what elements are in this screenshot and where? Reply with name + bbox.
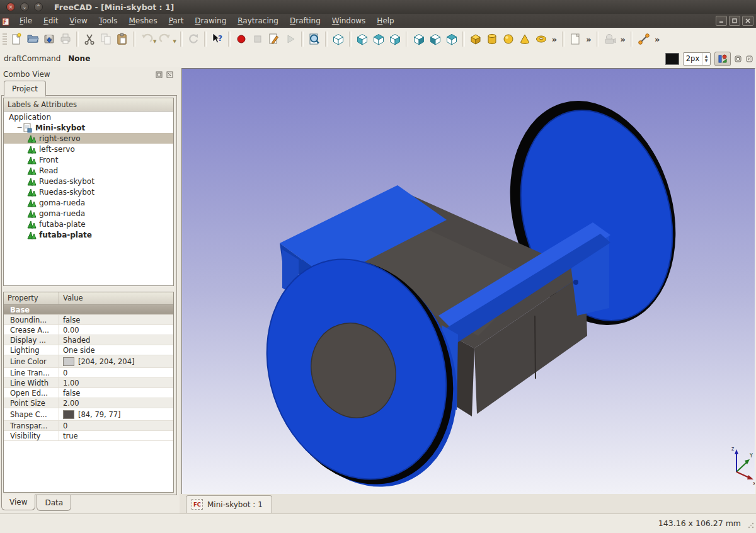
tree-item-label: Ruedas-skybot xyxy=(39,188,94,197)
dock-float-button[interactable] xyxy=(155,71,163,79)
draft-line-color-swatch[interactable] xyxy=(665,53,679,65)
property-row-line-width[interactable]: Line Width1.00 xyxy=(4,378,173,388)
menu-item-part[interactable]: Part xyxy=(163,15,190,26)
property-editor[interactable]: Property Value BaseBoundin...falseCrease… xyxy=(3,292,174,493)
tree-expander[interactable]: − xyxy=(16,123,23,132)
property-row-point-size[interactable]: Point Size2.00 xyxy=(4,398,173,408)
toolbar-button-view-bottom[interactable] xyxy=(427,31,444,47)
toolbar-button-redo[interactable] xyxy=(158,31,174,47)
toolbar-button-part-torus[interactable] xyxy=(533,31,549,47)
tree-item-goma-rueda[interactable]: goma-rueda xyxy=(4,208,173,219)
property-row-crease-a-[interactable]: Crease A...0.00 xyxy=(4,325,173,335)
toolbar-button-whats-this[interactable]: ? xyxy=(209,31,226,47)
menu-item-drafting[interactable]: Drafting xyxy=(284,15,326,26)
tree-item-left-servo[interactable]: left-servo xyxy=(4,144,173,154)
toolbar-close-button[interactable] xyxy=(745,55,753,63)
toolbar-button-raytracing-camera[interactable] xyxy=(602,31,618,47)
toolbar-button-drawing-page[interactable] xyxy=(567,31,583,47)
toolbar-button-new-document[interactable] xyxy=(8,31,25,47)
window-minimize-button[interactable]: ⌄ xyxy=(20,3,29,11)
toolbar-button-copy[interactable] xyxy=(98,31,114,47)
resize-grip[interactable] xyxy=(747,520,755,532)
toolbar-button-view-rear[interactable] xyxy=(411,31,427,47)
tree-item-goma-rueda[interactable]: goma-rueda xyxy=(4,197,173,208)
toolbar-button-refresh[interactable] xyxy=(185,31,202,47)
dock-close-button[interactable] xyxy=(166,71,174,79)
property-row-display-[interactable]: Display ...Shaded xyxy=(4,335,173,345)
property-name: Open Ed... xyxy=(4,388,59,398)
menu-item-file[interactable]: File xyxy=(14,15,38,26)
property-row-shape-c-[interactable]: Shape C...[84, 79, 77] xyxy=(4,408,173,421)
toolbar-button-fit-all[interactable] xyxy=(306,31,323,47)
menu-item-meshes[interactable]: Meshes xyxy=(123,15,163,26)
menu-item-windows[interactable]: Windows xyxy=(326,15,372,26)
toolbar-button-undo[interactable] xyxy=(138,31,154,47)
mdi-restore-button[interactable] xyxy=(729,16,740,26)
property-row-open-ed-[interactable]: Open Ed...false xyxy=(4,388,173,398)
toolbar-overflow-button[interactable]: » xyxy=(618,35,628,44)
property-row-line-color[interactable]: Line Color[204, 204, 204] xyxy=(4,355,173,368)
window-maximize-button[interactable]: ⌃ xyxy=(34,3,43,11)
svg-text:Y: Y xyxy=(749,453,753,459)
tree-item-ruedas-skybot[interactable]: Ruedas-skybot xyxy=(4,176,173,186)
toolbar-overflow-button[interactable]: » xyxy=(652,35,662,44)
spinner-arrows[interactable]: ▲▼ xyxy=(702,53,710,65)
property-row-visibility[interactable]: Visibilitytrue xyxy=(4,431,173,441)
toolbar-overflow-button[interactable]: » xyxy=(583,35,593,44)
dimensions-readout: 143.16 x 106.27 mm xyxy=(658,519,741,528)
toolbar-button-cut[interactable] xyxy=(81,31,98,47)
tree-item-futaba-plate[interactable]: futaba-plate xyxy=(4,219,173,229)
toolbar-button-macro-edit[interactable] xyxy=(266,31,282,47)
menu-item-edit[interactable]: Edit xyxy=(38,15,64,26)
toolbar-button-part-box[interactable] xyxy=(467,31,484,47)
toolbar-button-paste[interactable] xyxy=(114,31,130,47)
toolbar-button-part-cone[interactable] xyxy=(517,31,533,47)
menu-item-help[interactable]: Help xyxy=(371,15,399,26)
tree-item-ruedas-skybot[interactable]: Ruedas-skybot xyxy=(4,186,173,197)
toolbar-button-part-cylinder[interactable] xyxy=(484,31,500,47)
toolbar-restore-button[interactable] xyxy=(734,55,742,63)
toolbar-button-view-top[interactable] xyxy=(370,31,387,47)
toolbar-button-view-left[interactable] xyxy=(444,31,460,47)
construction-mode-button[interactable] xyxy=(714,52,731,66)
3d-viewport[interactable]: z Y x xyxy=(181,68,755,495)
toolbar-button-macro-record[interactable] xyxy=(233,31,249,47)
property-row-boundin-[interactable]: Boundin...false xyxy=(4,315,173,325)
tree-item-mini-skybot[interactable]: −Mini-skybot xyxy=(4,122,173,133)
tree-item-front[interactable]: Front xyxy=(4,154,173,165)
property-group-base[interactable]: Base xyxy=(4,305,173,315)
menu-item-drawing[interactable]: Drawing xyxy=(189,15,232,26)
tab-view[interactable]: View xyxy=(1,495,35,510)
mdi-tab-mini-skybot[interactable]: FC Mini-skybot : 1 xyxy=(186,495,272,513)
window-close-button[interactable]: × xyxy=(6,3,15,11)
toolbar-button-save-document[interactable] xyxy=(41,31,57,47)
toolbar-button-print[interactable] xyxy=(57,31,74,47)
toolbar-button-view-right[interactable] xyxy=(387,31,403,47)
toolbar-button-view-axonometric[interactable] xyxy=(330,31,346,47)
tree-item-right-servo[interactable]: right-servo xyxy=(4,133,173,144)
tree-item-read[interactable]: Read xyxy=(4,165,173,176)
mdi-minimize-button[interactable] xyxy=(716,16,727,26)
toolbar-grip[interactable] xyxy=(3,32,7,46)
toolbar-button-draft-line[interactable] xyxy=(636,31,652,47)
toolbar-button-macro-stop[interactable] xyxy=(249,31,266,47)
dock-title-bar[interactable]: Combo View xyxy=(0,68,179,81)
tab-project[interactable]: Project xyxy=(4,81,46,96)
model-tree[interactable]: Labels & Attributes Application−Mini-sky… xyxy=(3,98,174,286)
property-row-lighting[interactable]: LightingOne side xyxy=(4,345,173,355)
menu-item-tools[interactable]: Tools xyxy=(93,15,123,26)
tree-item-application[interactable]: Application xyxy=(4,112,173,122)
mdi-close-button[interactable] xyxy=(742,16,753,26)
toolbar-button-view-front[interactable] xyxy=(354,31,370,47)
toolbar-button-part-sphere[interactable] xyxy=(500,31,517,47)
tree-item-futaba-plate[interactable]: futaba-plate xyxy=(4,229,173,240)
menu-item-raytracing[interactable]: Raytracing xyxy=(232,15,284,26)
tab-data[interactable]: Data xyxy=(37,495,71,511)
toolbar-button-open-folder[interactable] xyxy=(25,31,41,47)
toolbar-button-macro-run[interactable] xyxy=(282,31,299,47)
line-width-spinner[interactable]: 2px ▲▼ xyxy=(683,52,711,66)
property-row-line-tran-[interactable]: Line Tran...0 xyxy=(4,368,173,378)
menu-item-view[interactable]: View xyxy=(64,15,93,26)
property-row-transpar-[interactable]: Transpar...0 xyxy=(4,421,173,431)
toolbar-overflow-button[interactable]: » xyxy=(549,35,559,44)
